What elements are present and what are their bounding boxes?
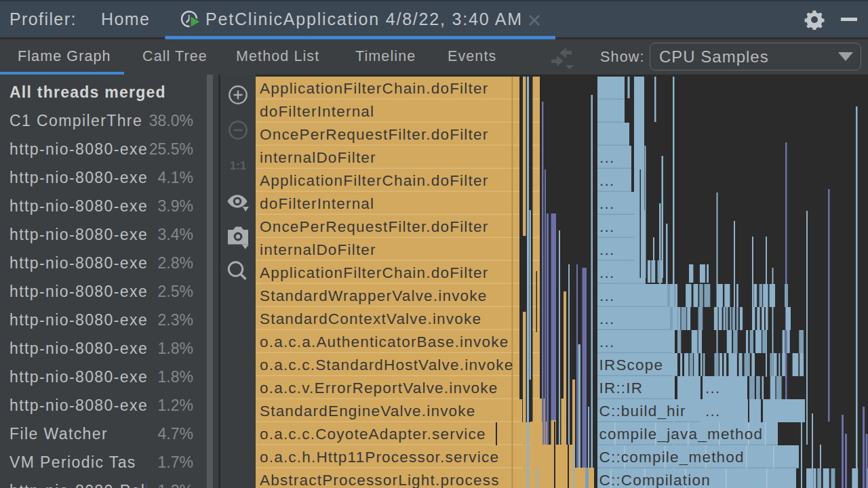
- svg-text:IRScope: IRScope: [599, 357, 664, 373]
- svg-text:internalDoFilter: internalDoFilter: [260, 149, 376, 166]
- svg-text:ApplicationFilterChain.doFilte: ApplicationFilterChain.doFilter: [260, 172, 488, 189]
- svg-text:...: ...: [599, 172, 614, 189]
- svg-text:...: ...: [705, 403, 720, 420]
- svg-text:ApplicationFilterChain.doFilte: ApplicationFilterChain.doFilter: [260, 80, 488, 97]
- svg-text:doFilterInternal: doFilterInternal: [260, 195, 374, 212]
- svg-text:...: ...: [705, 380, 720, 396]
- svg-text:...: ...: [599, 287, 614, 304]
- svg-text:o.a.c.v.ErrorReportValve.invok: o.a.c.v.ErrorReportValve.invoke: [260, 380, 498, 396]
- svg-text:internalDoFilter: internalDoFilter: [260, 241, 376, 258]
- svg-text:StandardEngineValve.invoke: StandardEngineValve.invoke: [260, 403, 475, 420]
- svg-text:o.a.c.c.StandardHostValve.invo: o.a.c.c.StandardHostValve.invoke: [260, 357, 513, 373]
- svg-text:IR::IR: IR::IR: [599, 380, 644, 396]
- svg-text:o.a.c.a.AuthenticatorBase.invo: o.a.c.a.AuthenticatorBase.invoke: [260, 333, 509, 350]
- svg-text:ApplicationFilterChain.doFilte: ApplicationFilterChain.doFilter: [260, 264, 488, 281]
- svg-text:doFilterInternal: doFilterInternal: [260, 103, 374, 120]
- svg-text:StandardContextValve.invoke: StandardContextValve.invoke: [260, 310, 481, 327]
- svg-text:...: ...: [599, 149, 614, 166]
- svg-text:OncePerRequestFilter.doFilter: OncePerRequestFilter.doFilter: [260, 218, 488, 235]
- svg-text:...: ...: [599, 195, 614, 212]
- svg-text:...: ...: [599, 333, 614, 350]
- svg-text:...: ...: [599, 241, 614, 258]
- svg-text:C::Compilation: C::Compilation: [599, 472, 711, 488]
- svg-text:C::compile_method: C::compile_method: [599, 449, 745, 466]
- svg-text:o.a.c.h.Http11Processor.servic: o.a.c.h.Http11Processor.service: [260, 449, 499, 466]
- svg-text:C::build_hir: C::build_hir: [599, 403, 686, 420]
- svg-text:...: ...: [599, 264, 614, 281]
- svg-text:...: ...: [599, 218, 614, 235]
- svg-text:1:1: 1:1: [229, 159, 246, 172]
- svg-text:OncePerRequestFilter.doFilter: OncePerRequestFilter.doFilter: [260, 126, 488, 143]
- svg-text:compile_java_method: compile_java_method: [599, 426, 764, 443]
- svg-text:o.a.c.c.CoyoteAdapter.service: o.a.c.c.CoyoteAdapter.service: [260, 426, 486, 443]
- svg-text:StandardWrapperValve.invoke: StandardWrapperValve.invoke: [260, 287, 488, 304]
- svg-text:...: ...: [599, 310, 614, 327]
- svg-text:AbstractProcessorLight.process: AbstractProcessorLight.process: [260, 472, 500, 488]
